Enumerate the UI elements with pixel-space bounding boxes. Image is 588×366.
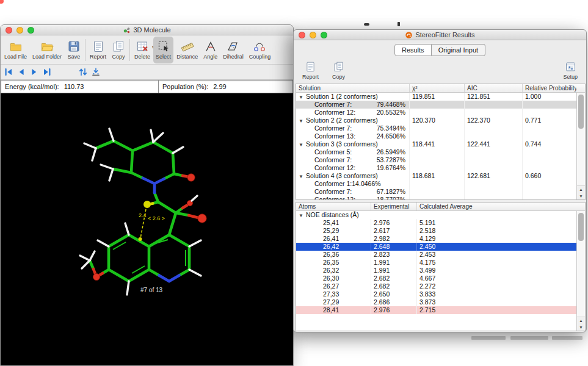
conformer-row[interactable]: Conformer 7:67.1827% — [296, 188, 576, 196]
last-conformer-button[interactable] — [42, 66, 53, 77]
scrollbar-thumb[interactable] — [578, 95, 584, 129]
population-field[interactable]: Population (%): 2.99 — [159, 80, 293, 93]
conformer-row[interactable]: Conformer 7:75.3494% — [296, 124, 576, 132]
report-button[interactable]: Report — [302, 61, 319, 80]
conformer-row[interactable]: Conformer 12:19.6764% — [296, 164, 576, 172]
toolbar-separator — [85, 39, 85, 61]
chi2-cell — [410, 188, 465, 196]
aic-cell: 122.370 — [465, 117, 523, 124]
select-button[interactable]: Select — [153, 37, 173, 63]
disclosure-triangle-icon[interactable]: ▼ — [299, 118, 303, 124]
previous-conformer-button[interactable] — [16, 66, 27, 77]
col-chi2[interactable]: χ² — [410, 84, 465, 92]
conformer-cell: Conformer 12:18.7707% — [296, 196, 410, 199]
save-button[interactable]: Save — [65, 37, 83, 63]
solution-row[interactable]: ▼Solution 3 (3 conformers)118.441122.441… — [296, 140, 576, 148]
copy-button[interactable]: Copy — [109, 37, 128, 63]
close-button[interactable] — [5, 27, 12, 34]
group-row[interactable]: ▼NOE distances (Å) — [296, 211, 576, 219]
noe-row[interactable]: 26,302.6824.667 — [296, 274, 576, 282]
distance-button[interactable]: Distance — [174, 37, 200, 63]
zoom-button[interactable] — [321, 32, 327, 38]
conformer-label: Conformer 12: — [314, 109, 355, 117]
noe-row[interactable]: 27,332.6503.833 — [296, 290, 576, 298]
scrollbar-thumb[interactable] — [578, 213, 584, 241]
col-solution[interactable]: Solution — [296, 84, 410, 92]
superpose-button[interactable] — [78, 66, 89, 77]
copy-icon — [333, 61, 344, 73]
first-conformer-button[interactable] — [3, 66, 14, 77]
angle-button[interactable]: Angle — [201, 37, 220, 63]
conformer-row[interactable]: Conformer 13:24.6506% — [296, 132, 576, 140]
window-title: 3D Molecule — [133, 26, 170, 34]
noe-row[interactable]: 26,321.9913.499 — [296, 267, 576, 274]
solution-row[interactable]: ▼Solution 1 (2 conformers)119.851121.851… — [296, 93, 576, 101]
disclosure-triangle-icon[interactable]: ▼ — [299, 95, 303, 100]
minimize-button[interactable] — [310, 32, 316, 38]
molecule-viewer[interactable]: 2.4 < 2.6 > #7 of 13 — [1, 93, 293, 365]
disclosure-triangle-icon[interactable]: ▼ — [299, 142, 303, 148]
dihedral-button[interactable]: Dihedral — [220, 37, 246, 63]
calculated-average-cell: 2.518 — [417, 227, 576, 235]
experimental-cell: 2.648 — [371, 243, 417, 251]
relative-probability-cell — [523, 132, 576, 140]
col-aic[interactable]: AIC — [465, 84, 523, 92]
scroll-down-icon[interactable]: ▼ — [577, 193, 585, 199]
col-atoms[interactable]: Atoms — [296, 203, 371, 210]
conformer-row[interactable]: Conformer 7:53.7287% — [296, 156, 576, 164]
scroll-up-icon[interactable]: ▲ — [577, 317, 585, 324]
solution-row[interactable]: ▼Solution 4 (3 conformers)118.681122.681… — [296, 172, 576, 180]
noe-row[interactable]: 26,412.9824.129 — [296, 235, 576, 243]
minimize-button[interactable] — [16, 27, 23, 34]
noe-row[interactable]: 26,362.8232.453 — [296, 251, 576, 259]
aic-cell — [465, 101, 523, 109]
conformer-cell: Conformer 12:20.5532% — [296, 109, 410, 117]
next-conformer-button[interactable] — [29, 66, 40, 77]
scroll-up-icon[interactable]: ▲ — [577, 186, 585, 193]
zoom-button[interactable] — [27, 27, 34, 34]
close-button[interactable] — [299, 32, 305, 38]
report-button[interactable]: Report — [87, 37, 109, 63]
aic-cell — [465, 124, 523, 132]
atoms-scrollbar[interactable]: ▲ ▼ — [576, 211, 585, 331]
load-folder-button[interactable]: Load Folder — [30, 37, 64, 63]
toolbar-separator — [129, 39, 130, 61]
stereofitter-window: StereoFitter Results Results Original In… — [293, 29, 587, 332]
disclosure-triangle-icon[interactable]: ▼ — [299, 174, 303, 179]
noe-row[interactable]: 26,422.6482.450 — [296, 243, 576, 251]
mol-titlebar[interactable]: 3D Molecule — [1, 25, 293, 35]
scroll-down-icon[interactable]: ▼ — [577, 324, 585, 331]
noe-row[interactable]: 26,351.9914.175 — [296, 259, 576, 267]
solution-row[interactable]: ▼Solution 2 (2 conformers)120.370122.370… — [296, 117, 576, 124]
delete-button[interactable]: Delete▾ — [132, 37, 153, 63]
noe-row[interactable]: 25,292.6172.518 — [296, 227, 576, 235]
noe-row[interactable]: 25,412.9765.191 — [296, 219, 576, 227]
align-button[interactable] — [90, 66, 101, 77]
coupling-button[interactable]: Coupling — [247, 37, 274, 63]
solutions-scrollbar[interactable]: ▲ ▼ — [576, 93, 585, 199]
col-relative-probability[interactable]: Relative Probability — [523, 84, 576, 92]
aic-cell — [465, 164, 523, 172]
disclosure-triangle-icon[interactable]: ▼ — [299, 213, 303, 218]
load-file-button[interactable]: Load File — [2, 37, 29, 63]
background-text-fragment — [552, 336, 583, 340]
conformer-row[interactable]: Conformer 12:20.5532% — [296, 109, 576, 117]
conformer-row[interactable]: Conformer 1:14.0466% — [296, 180, 576, 188]
col-calculated-average[interactable]: Calculated Average — [417, 203, 576, 210]
noe-row[interactable]: 27,292.6863.873 — [296, 298, 576, 306]
sf-titlebar[interactable]: StereoFitter Results — [294, 30, 586, 40]
conformer-row[interactable]: Conformer 5:26.5949% — [296, 148, 576, 156]
angle-icon — [204, 40, 217, 53]
col-experimental[interactable]: Experimental — [371, 203, 417, 210]
noe-row[interactable]: 28,412.9762.715 — [296, 306, 576, 314]
energy-field[interactable]: Energy (kcal/mol): 110.73 — [1, 80, 159, 93]
tab-results[interactable]: Results — [394, 44, 432, 56]
noe-row[interactable]: 26,272.6822.272 — [296, 282, 576, 290]
setup-button[interactable]: Setup — [563, 61, 578, 80]
delete-icon — [136, 40, 149, 53]
tab-original-input[interactable]: Original Input — [432, 44, 485, 56]
aic-cell — [465, 196, 523, 199]
conformer-row[interactable]: Conformer 12:18.7707% — [296, 196, 576, 199]
copy-button[interactable]: Copy — [332, 61, 345, 80]
conformer-row[interactable]: Conformer 7:79.4468% — [296, 101, 576, 109]
